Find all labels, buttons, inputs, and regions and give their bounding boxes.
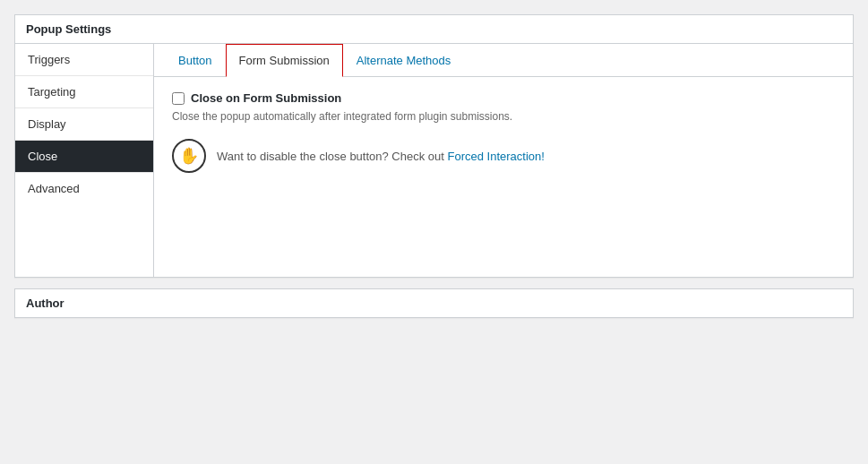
tabs-bar: Button Form Submission Alternate Methods [154,44,853,77]
close-on-form-checkbox[interactable] [172,92,185,105]
tab-alternate-methods[interactable]: Alternate Methods [343,44,465,77]
author-panel: Author [14,288,854,318]
info-row: ✋ Want to disable the close button? Chec… [172,139,835,173]
popup-settings-panel: Popup Settings Triggers Targeting Displa… [14,14,854,278]
close-on-form-label[interactable]: Close on Form Submission [191,91,341,105]
tab-form-submission[interactable]: Form Submission [226,44,343,77]
sidebar-item-targeting[interactable]: Targeting [15,76,153,108]
sidebar-item-close[interactable]: Close [15,141,153,173]
close-on-form-checkbox-row: Close on Form Submission [172,91,835,105]
sidebar-item-display[interactable]: Display [15,108,153,141]
tab-button[interactable]: Button [165,44,226,77]
sidebar-nav: Triggers Targeting Display Close Advance… [15,44,154,277]
popup-settings-title: Popup Settings [15,15,853,44]
forced-interaction-link[interactable]: Forced Interaction! [448,150,545,163]
info-text-before: Want to disable the close button? Check … [217,150,448,163]
sidebar-item-advanced[interactable]: Advanced [15,173,153,204]
author-panel-title: Author [15,289,853,317]
tab-content: Close on Form Submission Close the popup… [154,77,853,187]
close-on-form-help-text: Close the popup automatically after inte… [172,110,835,123]
info-text: Want to disable the close button? Check … [217,150,545,163]
content-area: Button Form Submission Alternate Methods… [154,44,853,277]
hand-stop-icon: ✋ [172,139,206,173]
sidebar-item-triggers[interactable]: Triggers [15,44,153,76]
popup-settings-body: Triggers Targeting Display Close Advance… [15,44,853,277]
